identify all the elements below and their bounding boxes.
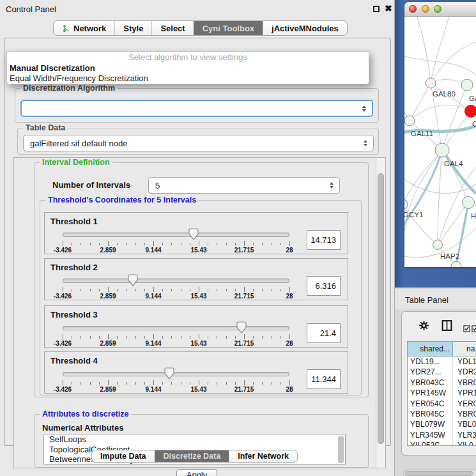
apply-button[interactable]: Apply (176, 469, 217, 476)
popup-option[interactable]: Equal Width/Frequency Discretization (7, 73, 369, 84)
group-title: Threshold's Coordinates for 5 Intervals (45, 196, 199, 204)
tab-network[interactable]: Network (54, 21, 114, 35)
network-node[interactable] (426, 78, 436, 88)
tick-label: 2.859 (100, 293, 116, 300)
horizontal-scrollbar[interactable] (403, 470, 476, 476)
tick-label: 15.43 (190, 293, 206, 300)
attribute-list-item[interactable]: SelfLoops (44, 434, 345, 445)
slider-track[interactable] (63, 372, 289, 376)
slider-track[interactable] (63, 233, 289, 237)
tab-style[interactable]: Style (114, 21, 151, 35)
teal-edge[interactable] (442, 150, 476, 194)
cell-shared-name: YER054C (408, 399, 453, 409)
threshold-value-field[interactable]: 11.344 (307, 369, 341, 389)
threshold-value-field[interactable]: 6.316 (307, 276, 341, 296)
vertical-scrollbar[interactable] (376, 158, 385, 468)
table-row[interactable]: YDR27...YDR2 (408, 367, 476, 377)
gray-edge[interactable] (410, 105, 471, 121)
network-view-frame: GAL80GACGAL11GAL4GCY1HHAP2 (395, 0, 476, 288)
table-row[interactable]: YPR145WYPR1 (408, 388, 476, 398)
gray-edge[interactable] (438, 150, 442, 245)
tab-discretize-data[interactable]: Discretize Data (155, 450, 229, 462)
split-column-icon[interactable] (441, 319, 452, 334)
num-intervals-combobox[interactable]: 5 (148, 177, 340, 194)
tab-label: jActiveMNodules (272, 24, 339, 33)
tab-impute-data[interactable]: Impute Data (92, 450, 155, 462)
network-node[interactable] (404, 199, 408, 210)
column-header-name[interactable]: na (453, 342, 476, 357)
tick-label: 2.859 (100, 247, 116, 254)
table-row[interactable]: YLR345WYLR3 (408, 430, 476, 440)
tick-label: 9.144 (145, 340, 161, 347)
gray-edge[interactable] (417, 17, 431, 83)
group-title: Interval Definition (40, 158, 112, 167)
checkbox-icon[interactable] (472, 323, 476, 335)
minimize-traffic-light-icon[interactable] (422, 5, 429, 13)
bottom-tab-bar: Impute DataDiscretize DataInfer Network (91, 450, 298, 463)
threshold-value-field[interactable]: 14.713 (307, 230, 341, 250)
tab-infer-network[interactable]: Infer Network (229, 450, 297, 462)
node-label: H (471, 212, 476, 220)
slider-handle-icon[interactable] (128, 274, 138, 286)
gear-icon[interactable] (419, 321, 429, 333)
tab-cyni-toolbox[interactable]: Cyni Toolbox (194, 21, 263, 35)
table-row[interactable]: YIL052CYIL0 (408, 440, 476, 446)
threshold-slider[interactable]: -3.4262.8599.14415.4321.71528 (63, 367, 289, 393)
threshold-value-field[interactable]: 21.4 (307, 323, 341, 343)
network-node[interactable] (435, 143, 449, 157)
close-traffic-light-icon[interactable] (409, 5, 417, 13)
gray-edge[interactable] (431, 42, 476, 83)
scrollbar-thumb[interactable] (405, 471, 473, 476)
tab-jactivemnodules[interactable]: jActiveMNodules (263, 21, 347, 35)
table-panel-region: Table Panel shared... na YDL19...YDL1YDR… (395, 288, 476, 476)
tab-label: Impute Data (100, 452, 146, 461)
float-window-icon[interactable] (373, 6, 380, 12)
network-canvas[interactable]: GAL80GACGAL11GAL4GCY1HHAP2 (404, 17, 476, 267)
network-node[interactable] (463, 197, 475, 209)
table-row[interactable]: YER054CYER0 (408, 399, 476, 409)
cell-shared-name: YDL19... (408, 357, 453, 367)
slider-handle-icon[interactable] (164, 367, 174, 380)
scrollbar-thumb[interactable] (378, 173, 384, 444)
cell-name: YBR0 (453, 378, 476, 388)
zoom-traffic-light-icon[interactable] (434, 5, 441, 13)
gray-edge[interactable] (431, 17, 449, 83)
table-row[interactable]: YBR043CYBR0 (408, 378, 476, 388)
popup-option[interactable]: Manual Discretization (7, 63, 369, 73)
network-node[interactable] (465, 105, 476, 118)
network-node[interactable] (433, 240, 443, 250)
tab-label: Discretize Data (164, 452, 221, 461)
network-node[interactable] (404, 116, 415, 126)
gray-edge[interactable] (404, 56, 476, 75)
network-node[interactable] (461, 79, 473, 91)
tick-label: 15.43 (190, 340, 206, 347)
node-label: C (472, 120, 476, 128)
table-row[interactable]: YBL079WYBL0 (408, 419, 476, 429)
close-icon[interactable]: ✖ (385, 3, 392, 13)
table-data-combobox[interactable]: galFiltered.sif default node (23, 135, 374, 151)
slider-handle-icon[interactable] (236, 321, 247, 334)
cyni-toolbox-pane: Discretization Algorithm Table Data galF… (4, 38, 391, 446)
checkbox-icon[interactable] (463, 323, 470, 335)
table-row[interactable]: YDL19...YDL1 (408, 357, 476, 367)
slider-handle-icon[interactable] (188, 228, 199, 240)
tab-label: Cyni Toolbox (203, 24, 254, 33)
threshold-slider[interactable]: -3.4262.8599.14415.4321.71528 (63, 274, 289, 300)
gray-edge[interactable] (410, 83, 431, 121)
table-row[interactable]: YBR045CYBR0 (408, 409, 476, 419)
algorithm-combobox[interactable] (20, 100, 373, 117)
slider-track[interactable] (63, 326, 289, 330)
column-header-shared-name[interactable]: shared... (408, 342, 453, 357)
cell-shared-name: YDR27... (408, 367, 453, 377)
threshold-slider[interactable]: -3.4262.8599.14415.4321.71528 (63, 321, 289, 347)
list-scrollbar-thumb[interactable] (338, 436, 344, 463)
interval-definition-group: Interval Definition Number of Intervals … (34, 162, 369, 397)
network-window-titlebar[interactable] (404, 2, 476, 17)
tab-select[interactable]: Select (151, 21, 193, 35)
tick-label: 2.859 (100, 386, 116, 393)
slider-track[interactable] (63, 279, 289, 283)
node-label: GCY1 (404, 211, 423, 219)
threshold-slider[interactable]: -3.4262.8599.14415.4321.71528 (63, 228, 289, 254)
popup-placeholder-option[interactable]: Select algorithm to view settings (7, 52, 369, 63)
combo-arrows-icon (364, 140, 367, 146)
